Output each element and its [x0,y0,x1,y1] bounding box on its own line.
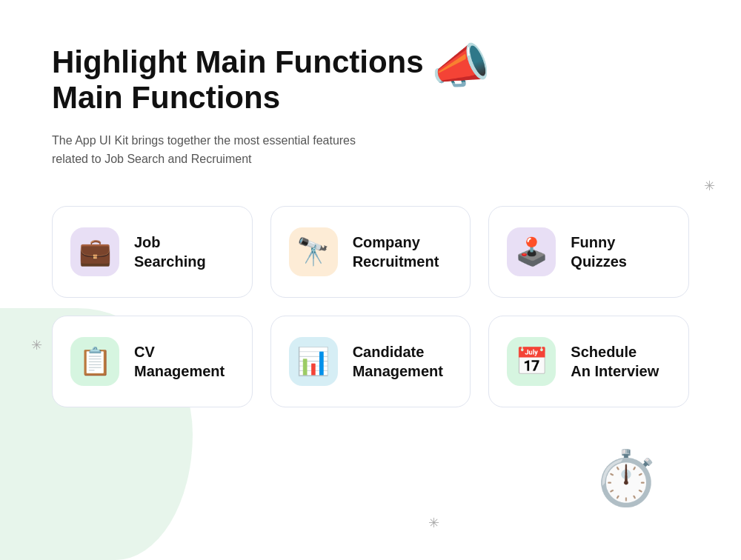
job-searching-icon-wrap: 💼 [70,227,119,276]
chart-icon: 📊 [296,346,330,377]
job-searching-label: JobSearching [134,233,206,271]
funny-quizzes-label: FunnyQuizzes [571,233,627,271]
sparkle-icon-4: ✳ [428,515,439,531]
binoculars-icon: 🔭 [296,236,330,267]
briefcase-icon: 💼 [79,236,112,267]
company-recruitment-icon-wrap: 🔭 [289,227,338,276]
schedule-interview-icon-wrap: 📅 [507,337,556,386]
megaphone-icon: 📣 [431,39,491,94]
candidate-management-label: CandidateManagement [353,342,443,381]
funny-quizzes-icon-wrap: 🕹️ [507,227,556,276]
stopwatch-decoration: ⏱️ [593,447,659,510]
features-grid: 💼 JobSearching 🔭 CompanyRecruitment 🕹️ F… [52,206,689,407]
joystick-icon: 🕹️ [515,236,548,267]
cv-management-icon-wrap: 📋 [70,337,119,386]
company-recruitment-label: CompanyRecruitment [353,233,439,271]
candidate-management-icon-wrap: 📊 [289,337,338,386]
card-job-searching[interactable]: 💼 JobSearching [52,206,253,298]
card-company-recruitment[interactable]: 🔭 CompanyRecruitment [270,206,471,298]
page-title: Highlight Main Functions Main Functions [52,44,424,116]
calendar-icon: 📅 [515,346,548,377]
card-cv-management[interactable]: 📋 CVManagement [52,316,253,407]
page-subtitle: The App UI Kit brings together the most … [52,131,363,169]
cv-management-label: CVManagement [134,342,225,381]
card-schedule-interview[interactable]: 📅 ScheduleAn Interview [488,316,689,407]
header-section: Highlight Main Functions Main Functions … [52,44,689,116]
schedule-interview-label: ScheduleAn Interview [571,342,659,381]
card-candidate-management[interactable]: 📊 CandidateManagement [270,316,471,407]
card-funny-quizzes[interactable]: 🕹️ FunnyQuizzes [488,206,689,298]
clipboard-icon: 📋 [79,346,112,377]
